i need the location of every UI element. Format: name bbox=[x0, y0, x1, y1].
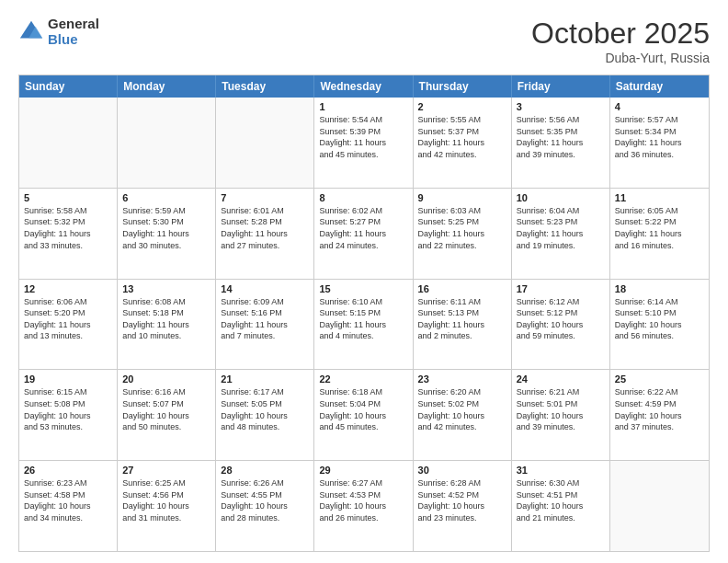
calendar-cell: 9Sunrise: 6:03 AM Sunset: 5:25 PM Daylig… bbox=[414, 189, 512, 279]
cell-text: Sunrise: 6:30 AM Sunset: 4:51 PM Dayligh… bbox=[517, 477, 605, 523]
weekday-header: Saturday bbox=[610, 75, 709, 98]
cell-text: Sunrise: 6:23 AM Sunset: 4:58 PM Dayligh… bbox=[24, 477, 112, 523]
calendar-cell: 24Sunrise: 6:21 AM Sunset: 5:01 PM Dayli… bbox=[512, 370, 610, 460]
calendar-cell bbox=[118, 98, 216, 188]
calendar-row: 26Sunrise: 6:23 AM Sunset: 4:58 PM Dayli… bbox=[19, 460, 709, 551]
day-number: 3 bbox=[517, 101, 605, 112]
day-number: 5 bbox=[24, 192, 112, 203]
day-number: 22 bbox=[319, 373, 407, 385]
logo: General Blue bbox=[18, 17, 99, 47]
day-number: 25 bbox=[615, 373, 704, 385]
day-number: 1 bbox=[319, 101, 407, 112]
cell-text: Sunrise: 6:01 AM Sunset: 5:28 PM Dayligh… bbox=[221, 205, 309, 251]
cell-text: Sunrise: 6:06 AM Sunset: 5:20 PM Dayligh… bbox=[24, 296, 112, 342]
calendar-cell: 21Sunrise: 6:17 AM Sunset: 5:05 PM Dayli… bbox=[216, 370, 314, 460]
day-number: 26 bbox=[24, 465, 112, 476]
calendar-cell bbox=[19, 98, 118, 188]
calendar-cell: 17Sunrise: 6:12 AM Sunset: 5:12 PM Dayli… bbox=[512, 280, 610, 370]
cell-text: Sunrise: 6:04 AM Sunset: 5:23 PM Dayligh… bbox=[517, 205, 605, 251]
calendar-cell: 26Sunrise: 6:23 AM Sunset: 4:58 PM Dayli… bbox=[19, 461, 118, 551]
calendar-header: SundayMondayTuesdayWednesdayThursdayFrid… bbox=[19, 75, 709, 98]
calendar-cell: 2Sunrise: 5:55 AM Sunset: 5:37 PM Daylig… bbox=[414, 98, 512, 188]
calendar-cell: 16Sunrise: 6:11 AM Sunset: 5:13 PM Dayli… bbox=[414, 280, 512, 370]
day-number: 24 bbox=[517, 373, 605, 385]
calendar-cell: 27Sunrise: 6:25 AM Sunset: 4:56 PM Dayli… bbox=[118, 461, 216, 551]
cell-text: Sunrise: 6:21 AM Sunset: 5:01 PM Dayligh… bbox=[517, 386, 605, 432]
day-number: 21 bbox=[221, 373, 309, 385]
cell-text: Sunrise: 6:27 AM Sunset: 4:53 PM Dayligh… bbox=[319, 477, 407, 523]
cell-text: Sunrise: 6:14 AM Sunset: 5:10 PM Dayligh… bbox=[615, 296, 704, 342]
calendar-cell: 7Sunrise: 6:01 AM Sunset: 5:28 PM Daylig… bbox=[216, 189, 314, 279]
day-number: 16 bbox=[418, 283, 506, 294]
day-number: 19 bbox=[24, 373, 112, 385]
cell-text: Sunrise: 6:03 AM Sunset: 5:25 PM Dayligh… bbox=[418, 205, 506, 251]
weekday-header: Thursday bbox=[414, 75, 512, 98]
calendar-cell: 11Sunrise: 6:05 AM Sunset: 5:22 PM Dayli… bbox=[610, 189, 709, 279]
calendar-cell: 8Sunrise: 6:02 AM Sunset: 5:27 PM Daylig… bbox=[314, 189, 413, 279]
cell-text: Sunrise: 5:58 AM Sunset: 5:32 PM Dayligh… bbox=[24, 205, 112, 251]
cell-text: Sunrise: 6:25 AM Sunset: 4:56 PM Dayligh… bbox=[122, 477, 210, 523]
cell-text: Sunrise: 6:09 AM Sunset: 5:16 PM Dayligh… bbox=[221, 296, 309, 342]
calendar-cell: 22Sunrise: 6:18 AM Sunset: 5:04 PM Dayli… bbox=[314, 370, 413, 460]
calendar-cell: 10Sunrise: 6:04 AM Sunset: 5:23 PM Dayli… bbox=[512, 189, 610, 279]
calendar-cell: 4Sunrise: 5:57 AM Sunset: 5:34 PM Daylig… bbox=[610, 98, 709, 188]
calendar-cell: 3Sunrise: 5:56 AM Sunset: 5:35 PM Daylig… bbox=[512, 98, 610, 188]
calendar-cell: 1Sunrise: 5:54 AM Sunset: 5:39 PM Daylig… bbox=[314, 98, 413, 188]
weekday-header: Sunday bbox=[19, 75, 118, 98]
calendar-body: 1Sunrise: 5:54 AM Sunset: 5:39 PM Daylig… bbox=[19, 98, 709, 551]
logo-icon bbox=[18, 19, 44, 45]
day-number: 28 bbox=[221, 465, 309, 476]
cell-text: Sunrise: 5:57 AM Sunset: 5:34 PM Dayligh… bbox=[615, 114, 704, 160]
calendar-cell bbox=[610, 461, 709, 551]
day-number: 6 bbox=[122, 192, 210, 203]
day-number: 15 bbox=[319, 283, 407, 294]
calendar-cell: 20Sunrise: 6:16 AM Sunset: 5:07 PM Dayli… bbox=[118, 370, 216, 460]
day-number: 20 bbox=[122, 373, 210, 385]
location-subtitle: Duba-Yurt, Russia bbox=[531, 51, 710, 65]
cell-text: Sunrise: 6:10 AM Sunset: 5:15 PM Dayligh… bbox=[319, 296, 407, 342]
calendar-cell bbox=[216, 98, 314, 188]
header: General Blue October 2025 Duba-Yurt, Rus… bbox=[18, 17, 710, 65]
day-number: 13 bbox=[122, 283, 210, 294]
title-block: October 2025 Duba-Yurt, Russia bbox=[531, 17, 710, 65]
calendar-cell: 25Sunrise: 6:22 AM Sunset: 4:59 PM Dayli… bbox=[610, 370, 709, 460]
day-number: 9 bbox=[418, 192, 506, 203]
cell-text: Sunrise: 6:28 AM Sunset: 4:52 PM Dayligh… bbox=[418, 477, 506, 523]
day-number: 7 bbox=[221, 192, 309, 203]
calendar-cell: 19Sunrise: 6:15 AM Sunset: 5:08 PM Dayli… bbox=[19, 370, 118, 460]
day-number: 11 bbox=[615, 192, 704, 203]
cell-text: Sunrise: 6:08 AM Sunset: 5:18 PM Dayligh… bbox=[122, 296, 210, 342]
calendar-cell: 13Sunrise: 6:08 AM Sunset: 5:18 PM Dayli… bbox=[118, 280, 216, 370]
cell-text: Sunrise: 6:26 AM Sunset: 4:55 PM Dayligh… bbox=[221, 477, 309, 523]
weekday-header: Monday bbox=[118, 75, 216, 98]
calendar-cell: 23Sunrise: 6:20 AM Sunset: 5:02 PM Dayli… bbox=[414, 370, 512, 460]
cell-text: Sunrise: 6:22 AM Sunset: 4:59 PM Dayligh… bbox=[615, 386, 704, 432]
day-number: 23 bbox=[418, 373, 506, 385]
cell-text: Sunrise: 6:11 AM Sunset: 5:13 PM Dayligh… bbox=[418, 296, 506, 342]
calendar-cell: 30Sunrise: 6:28 AM Sunset: 4:52 PM Dayli… bbox=[414, 461, 512, 551]
calendar: SundayMondayTuesdayWednesdayThursdayFrid… bbox=[18, 75, 710, 552]
cell-text: Sunrise: 6:02 AM Sunset: 5:27 PM Dayligh… bbox=[319, 205, 407, 251]
logo-general-label: General bbox=[48, 17, 99, 32]
day-number: 31 bbox=[517, 465, 605, 476]
calendar-cell: 12Sunrise: 6:06 AM Sunset: 5:20 PM Dayli… bbox=[19, 280, 118, 370]
cell-text: Sunrise: 5:56 AM Sunset: 5:35 PM Dayligh… bbox=[517, 114, 605, 160]
cell-text: Sunrise: 5:54 AM Sunset: 5:39 PM Dayligh… bbox=[319, 114, 407, 160]
weekday-header: Friday bbox=[512, 75, 610, 98]
cell-text: Sunrise: 5:55 AM Sunset: 5:37 PM Dayligh… bbox=[418, 114, 506, 160]
weekday-header: Wednesday bbox=[314, 75, 413, 98]
logo-text: General Blue bbox=[48, 17, 99, 47]
day-number: 8 bbox=[319, 192, 407, 203]
day-number: 29 bbox=[319, 465, 407, 476]
calendar-row: 12Sunrise: 6:06 AM Sunset: 5:20 PM Dayli… bbox=[19, 279, 709, 370]
day-number: 4 bbox=[615, 101, 704, 112]
cell-text: Sunrise: 6:18 AM Sunset: 5:04 PM Dayligh… bbox=[319, 386, 407, 432]
weekday-header: Tuesday bbox=[216, 75, 314, 98]
cell-text: Sunrise: 5:59 AM Sunset: 5:30 PM Dayligh… bbox=[122, 205, 210, 251]
day-number: 10 bbox=[517, 192, 605, 203]
calendar-cell: 28Sunrise: 6:26 AM Sunset: 4:55 PM Dayli… bbox=[216, 461, 314, 551]
calendar-cell: 31Sunrise: 6:30 AM Sunset: 4:51 PM Dayli… bbox=[512, 461, 610, 551]
day-number: 12 bbox=[24, 283, 112, 294]
calendar-cell: 18Sunrise: 6:14 AM Sunset: 5:10 PM Dayli… bbox=[610, 280, 709, 370]
month-title: October 2025 bbox=[531, 17, 710, 51]
